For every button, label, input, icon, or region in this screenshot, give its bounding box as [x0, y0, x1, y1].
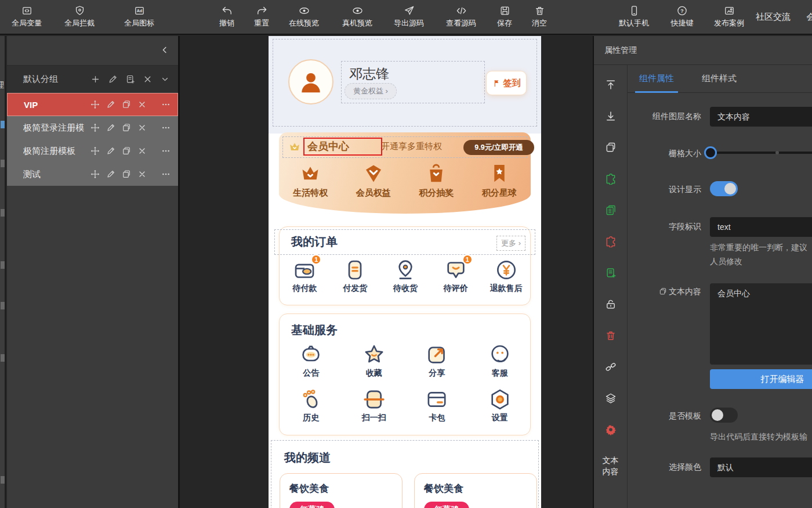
membership-badge[interactable]: 黄金权益 › [345, 83, 397, 99]
edit-icon[interactable] [106, 170, 115, 179]
page-group-header[interactable]: 默认分组 [7, 65, 178, 93]
toolbar-item[interactable]: 查看源码 [446, 0, 476, 34]
toolbar-item[interactable]: 导出源码 [394, 0, 424, 34]
open-editor-button[interactable]: 打开编辑器 [710, 369, 812, 389]
service-shortcut[interactable]: 收藏 [343, 343, 406, 379]
grid-size-slider-track[interactable] [715, 152, 812, 154]
copy-icon[interactable] [122, 170, 131, 179]
service-shortcut[interactable]: 历史 [280, 388, 343, 423]
page-list-item[interactable]: VIP [7, 93, 178, 116]
vip-shortcut[interactable]: 积分抽奖 [405, 163, 468, 199]
rail-tool[interactable] [605, 424, 617, 435]
toolbar-item[interactable]: 发布案例 [714, 0, 744, 34]
edit-icon[interactable] [106, 146, 115, 156]
channel-card[interactable]: 餐饮美食 红薯鸡 [280, 473, 403, 508]
vip-banner[interactable]: 会员中心 开通享多重特权 9.9元/立即开通 生活特权 会员权益 积分抽奖 积分… [279, 132, 531, 214]
delete-icon[interactable] [137, 146, 147, 156]
toolbar-item[interactable]: 消空 [532, 0, 547, 34]
service-shortcut[interactable]: 卡包 [405, 388, 469, 423]
more-icon[interactable] [161, 170, 171, 179]
delete-icon[interactable] [137, 170, 147, 179]
order-shortcut[interactable]: 待收货 [380, 258, 431, 294]
edit-icon[interactable] [106, 123, 115, 132]
toolbar-item[interactable]: 全局图标 [124, 0, 154, 34]
move-icon[interactable] [90, 123, 100, 132]
toolbar-item[interactable]: 社区交流 [756, 0, 791, 34]
more-icon[interactable] [161, 123, 171, 132]
vip-shortcut[interactable]: 积分星球 [468, 163, 531, 199]
services-card[interactable]: 基础服务 公告 收藏 分享 客服 历史 扫一扫 卡包 设置 [279, 314, 531, 435]
rail-tool[interactable] [605, 392, 617, 404]
rail-tool[interactable] [605, 361, 617, 373]
order-shortcut[interactable]: 付发货 [330, 258, 380, 294]
rail-tool[interactable] [605, 236, 617, 247]
copy-icon[interactable] [122, 100, 131, 109]
field-key-input[interactable]: text [710, 217, 812, 237]
move-icon[interactable] [90, 170, 100, 179]
order-shortcut[interactable]: 1 待付款 [280, 258, 330, 294]
move-icon[interactable] [90, 146, 100, 156]
toolbar-item[interactable]: 真机预览 [342, 0, 372, 34]
panel-tab[interactable]: 组件样式 [702, 65, 737, 93]
text-content-textarea[interactable]: 会员中心 [710, 283, 812, 365]
design-display-toggle[interactable] [710, 181, 738, 196]
orders-more-link[interactable]: 更多 › [496, 236, 525, 251]
toolbar-item[interactable]: 默认手机 [619, 0, 649, 34]
channels-section[interactable]: 我的频道 餐饮美食 红薯鸡 餐饮美食 红薯鸡 [271, 440, 539, 508]
rail-tool[interactable] [605, 173, 617, 185]
page-list-item[interactable]: 极简登录注册模 [7, 116, 178, 139]
is-template-toggle[interactable] [710, 408, 738, 423]
copy-icon[interactable] [122, 123, 131, 132]
rail-tool[interactable] [605, 142, 617, 153]
layer-name-input[interactable]: 文本内容 [710, 107, 812, 127]
delete-group-icon[interactable] [143, 74, 153, 84]
service-shortcut[interactable]: 扫一扫 [343, 388, 406, 423]
avatar[interactable] [288, 59, 334, 105]
page-list-item[interactable]: 极简注册模板 [7, 139, 178, 163]
delete-icon[interactable] [137, 100, 147, 109]
color-select[interactable]: 默认 [710, 457, 812, 477]
toolbar-item[interactable]: 重置 [254, 0, 269, 34]
collapse-sidebar-icon[interactable] [160, 45, 170, 55]
toolbar-item[interactable]: 快捷键 [671, 0, 694, 34]
edit-group-icon[interactable] [108, 74, 118, 84]
vip-shortcut[interactable]: 生活特权 [279, 163, 342, 199]
vip-cta-button[interactable]: 9.9元/立即开通 [463, 140, 534, 155]
page-list-item[interactable]: 测试 [7, 163, 178, 186]
toolbar-item[interactable]: 会 [807, 0, 812, 34]
vip-title-selected[interactable]: 会员中心 [303, 138, 382, 156]
order-shortcut[interactable]: 退款售后 [481, 258, 531, 294]
order-shortcut[interactable]: 1 待评价 [430, 258, 481, 294]
profile-section[interactable]: 邓志锋 黄金权益 › 签到 [269, 36, 541, 134]
orders-card[interactable]: 我的订单 更多 › 1 待付款 付发货 待收货 1 待评价 退款售后 [279, 226, 531, 305]
rail-tool[interactable] [605, 298, 617, 310]
rail-tool[interactable] [605, 204, 617, 216]
panel-tab[interactable]: 组件属性 [639, 65, 674, 93]
service-shortcut[interactable]: 客服 [469, 343, 532, 379]
toolbar-item[interactable]: 全局拦截 [64, 0, 95, 34]
service-shortcut[interactable]: 公告 [280, 343, 343, 379]
grid-size-slider-knob[interactable] [704, 146, 717, 159]
rail-tool[interactable] [605, 79, 617, 91]
delete-icon[interactable] [137, 123, 147, 132]
toolbar-item[interactable]: 保存 [497, 0, 512, 34]
move-icon[interactable] [90, 100, 100, 109]
edit-icon[interactable] [106, 100, 115, 109]
channel-card[interactable]: 餐饮美食 红薯鸡 [414, 473, 537, 508]
more-icon[interactable] [161, 146, 171, 156]
vip-shortcut[interactable]: 会员权益 [342, 163, 405, 199]
rail-tool[interactable] [605, 330, 617, 341]
service-shortcut[interactable]: 设置 [469, 388, 532, 423]
toolbar-item[interactable]: 全局变量 [12, 0, 42, 34]
channel-tag[interactable]: 红薯鸡 [289, 502, 335, 508]
add-page-icon[interactable] [90, 74, 100, 84]
rail-tool[interactable] [605, 267, 617, 279]
toolbar-item[interactable]: 撤销 [219, 0, 234, 34]
copy-icon[interactable] [122, 146, 131, 156]
service-shortcut[interactable]: 分享 [405, 343, 469, 379]
add-template-icon[interactable] [125, 74, 135, 84]
chevron-down-icon[interactable] [160, 74, 170, 84]
channel-tag[interactable]: 红薯鸡 [424, 502, 469, 508]
more-icon[interactable] [161, 100, 171, 109]
toolbar-item[interactable]: 在线预览 [289, 0, 319, 34]
